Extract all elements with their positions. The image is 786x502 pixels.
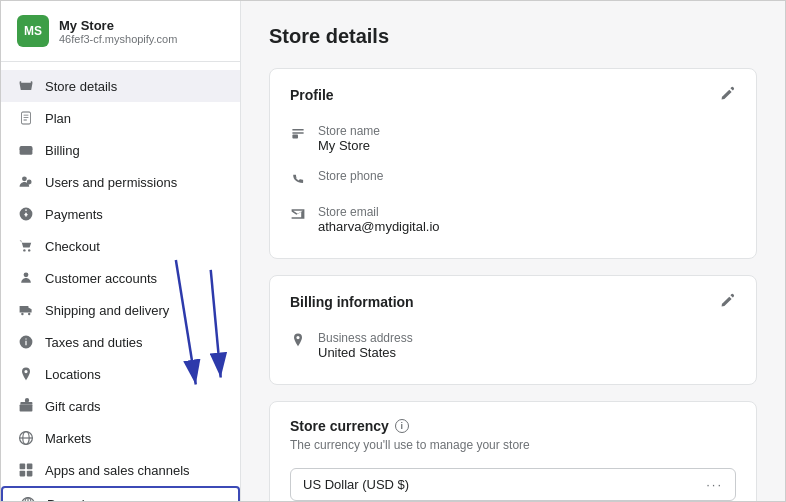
store-email-value: atharva@mydigital.io — [318, 219, 440, 234]
nav-list: Store details Plan Billing — [1, 62, 240, 501]
page-title: Store details — [269, 25, 757, 48]
currency-more-icon[interactable]: ··· — [706, 477, 723, 492]
sidebar-item-markets[interactable]: Markets — [1, 422, 240, 454]
billing-icon — [17, 141, 35, 159]
sidebar-item-locations[interactable]: Locations — [1, 358, 240, 390]
sidebar-item-customer-accounts[interactable]: Customer accounts — [1, 262, 240, 294]
currency-value: US Dollar (USD $) — [303, 477, 409, 492]
locations-icon — [17, 365, 35, 383]
sidebar-item-label: Store details — [45, 79, 117, 94]
currency-header: Store currency i The currency you'll use… — [270, 402, 756, 468]
store-phone-field: Store phone — [290, 161, 736, 197]
profile-title: Profile — [290, 87, 334, 103]
svg-point-2 — [23, 249, 25, 251]
store-header[interactable]: MS My Store 46fef3-cf.myshopify.com — [1, 1, 240, 62]
billing-header: Billing information — [290, 292, 736, 311]
store-name-value: My Store — [318, 138, 380, 153]
sidebar-item-shipping[interactable]: Shipping and delivery — [1, 294, 240, 326]
sidebar-item-label: Users and permissions — [45, 175, 177, 190]
currency-info-icon[interactable]: i — [395, 419, 409, 433]
checkout-icon — [17, 237, 35, 255]
apps-icon — [17, 461, 35, 479]
svg-point-5 — [21, 313, 23, 315]
sidebar-item-domains[interactable]: Domains — [1, 486, 240, 501]
store-name-field-icon — [290, 125, 306, 144]
sidebar-item-apps[interactable]: Apps and sales channels — [1, 454, 240, 486]
store-phone-icon — [290, 170, 306, 189]
svg-rect-13 — [27, 471, 33, 477]
sidebar-item-label: Plan — [45, 111, 71, 126]
store-info: My Store 46fef3-cf.myshopify.com — [59, 18, 177, 45]
store-phone-content: Store phone — [318, 169, 383, 183]
currency-card: Store currency i The currency you'll use… — [269, 401, 757, 501]
svg-point-4 — [24, 272, 29, 277]
business-address-field: Business address United States — [290, 323, 736, 368]
currency-title-row: Store currency i — [290, 418, 736, 434]
svg-rect-10 — [20, 464, 26, 470]
sidebar-item-checkout[interactable]: Checkout — [1, 230, 240, 262]
business-address-label: Business address — [318, 331, 413, 345]
gift-cards-icon — [17, 397, 35, 415]
sidebar: MS My Store 46fef3-cf.myshopify.com Stor… — [1, 1, 241, 501]
sidebar-item-users[interactable]: Users and permissions — [1, 166, 240, 198]
store-phone-label: Store phone — [318, 169, 383, 183]
profile-edit-icon[interactable] — [720, 85, 736, 104]
store-name-field: Store name My Store — [290, 116, 736, 161]
payments-icon — [17, 205, 35, 223]
sidebar-item-payments[interactable]: Payments — [1, 198, 240, 230]
business-address-value: United States — [318, 345, 413, 360]
sidebar-item-taxes[interactable]: Taxes and duties — [1, 326, 240, 358]
svg-rect-21 — [292, 135, 298, 139]
sidebar-item-label: Payments — [45, 207, 103, 222]
sidebar-item-gift-cards[interactable]: Gift cards — [1, 390, 240, 422]
store-email-content: Store email atharva@mydigital.io — [318, 205, 440, 234]
svg-point-3 — [28, 249, 30, 251]
sidebar-item-label: Gift cards — [45, 399, 101, 414]
store-name-label: Store name — [318, 124, 380, 138]
profile-card: Profile Store name My Store — [269, 68, 757, 259]
billing-section: Billing information Business address Uni… — [270, 276, 756, 384]
svg-rect-0 — [20, 146, 33, 155]
plan-icon — [17, 109, 35, 127]
store-avatar: MS — [17, 15, 49, 47]
currency-selector[interactable]: US Dollar (USD $) ··· — [290, 468, 736, 501]
store-name-content: Store name My Store — [318, 124, 380, 153]
business-address-icon — [290, 332, 306, 351]
markets-icon — [17, 429, 35, 447]
users-icon — [17, 173, 35, 191]
currency-description: The currency you'll use to manage your s… — [290, 438, 736, 452]
svg-rect-11 — [27, 464, 33, 470]
currency-title-text: Store currency — [290, 418, 389, 434]
svg-rect-7 — [20, 404, 33, 411]
sidebar-item-label: Markets — [45, 431, 91, 446]
shipping-icon — [17, 301, 35, 319]
billing-edit-icon[interactable] — [720, 292, 736, 311]
sidebar-item-store-details[interactable]: Store details — [1, 70, 240, 102]
sidebar-item-label: Customer accounts — [45, 271, 157, 286]
store-details-icon — [17, 77, 35, 95]
sidebar-item-label: Checkout — [45, 239, 100, 254]
main-content: Store details Profile Store name — [241, 1, 785, 501]
sidebar-item-label: Locations — [45, 367, 101, 382]
svg-rect-12 — [20, 471, 26, 477]
app-container: MS My Store 46fef3-cf.myshopify.com Stor… — [0, 0, 786, 502]
store-email-field: Store email atharva@mydigital.io — [290, 197, 736, 242]
customer-accounts-icon — [17, 269, 35, 287]
sidebar-item-label: Domains — [47, 497, 98, 502]
billing-card: Billing information Business address Uni… — [269, 275, 757, 385]
domains-icon — [19, 495, 37, 501]
business-address-content: Business address United States — [318, 331, 413, 360]
sidebar-item-label: Billing — [45, 143, 80, 158]
profile-section: Profile Store name My Store — [270, 69, 756, 258]
taxes-icon — [17, 333, 35, 351]
store-url: 46fef3-cf.myshopify.com — [59, 33, 177, 45]
sidebar-item-label: Taxes and duties — [45, 335, 143, 350]
sidebar-item-plan[interactable]: Plan — [1, 102, 240, 134]
svg-point-1 — [22, 176, 27, 181]
billing-title: Billing information — [290, 294, 414, 310]
sidebar-item-label: Apps and sales channels — [45, 463, 190, 478]
store-email-icon — [290, 206, 306, 225]
svg-point-6 — [28, 313, 30, 315]
sidebar-item-billing[interactable]: Billing — [1, 134, 240, 166]
sidebar-item-label: Shipping and delivery — [45, 303, 169, 318]
